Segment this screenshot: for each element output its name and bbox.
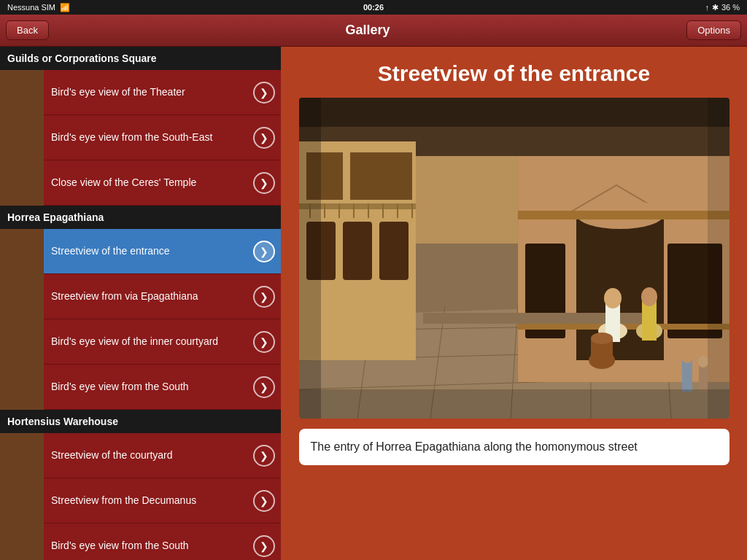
chevron-icon-south-east: ❯ [253, 127, 275, 149]
list-item-via[interactable]: Streetview from via Epagathiana ❯ [0, 274, 281, 319]
svg-point-50 [591, 332, 613, 344]
svg-point-45 [681, 350, 693, 363]
item-label-south: Bird's eye view from the South [44, 380, 253, 393]
svg-point-40 [604, 288, 622, 308]
carrier-label: Nessuna SIM [7, 3, 55, 12]
chevron-icon-courtyard: ❯ [253, 331, 275, 353]
back-button[interactable]: Back [6, 20, 49, 40]
wifi-icon: 📶 [60, 3, 70, 12]
main-container: Guilds or Corporations Square Bird's eye… [0, 47, 747, 560]
item-label-theater: Bird's eye view of the Theater [44, 85, 253, 98]
svg-rect-44 [682, 359, 692, 392]
navigation-bar: Back Gallery Options [0, 15, 747, 47]
list-item-courtyard[interactable]: Bird's eye view of the inner courtyard ❯ [0, 319, 281, 365]
item-label-ceres: Close view of the Ceres' Temple [44, 176, 253, 189]
sidebar: Guilds or Corporations Square Bird's eye… [0, 47, 281, 560]
list-item-south-east[interactable]: Bird's eye view from the South-East ❯ [0, 115, 281, 160]
svg-rect-42 [642, 300, 657, 341]
chevron-icon-theater: ❯ [253, 82, 275, 104]
list-item-ceres[interactable]: Close view of the Ceres' Temple ❯ [0, 160, 281, 206]
svg-rect-35 [518, 211, 729, 219]
section-header-hortensius: Hortensius Warehouse [0, 410, 281, 433]
chevron-icon-decumanus: ❯ [253, 490, 275, 512]
item-label-south2: Bird's eye view from the South [44, 539, 253, 552]
detail-panel: Streetview of the entrance [281, 47, 747, 560]
chevron-icon-ceres: ❯ [253, 172, 275, 194]
nav-title: Gallery [346, 23, 390, 38]
svg-rect-54 [299, 98, 729, 127]
item-label-courtyard2: Streetview of the courtyard [44, 448, 253, 462]
svg-rect-55 [299, 389, 729, 419]
bluetooth-icon: ✱ [712, 3, 719, 12]
view-image [299, 98, 729, 419]
item-label-decumanus: Streetview from the Decumanus [44, 494, 253, 507]
item-label-courtyard: Bird's eye view of the inner courtyard [44, 335, 253, 348]
svg-rect-14 [350, 152, 387, 200]
time-display: 00:26 [363, 3, 384, 12]
svg-point-43 [641, 287, 657, 306]
svg-rect-17 [343, 222, 372, 280]
svg-rect-52 [299, 98, 321, 419]
chevron-icon-courtyard2: ❯ [253, 445, 275, 467]
view-title: Streetview of the entrance [378, 61, 650, 86]
section-header-guilds: Guilds or Corporations Square [0, 47, 281, 70]
section-header-horrea: Horrea Epagathiana [0, 206, 281, 229]
svg-rect-53 [708, 98, 729, 419]
options-button[interactable]: Options [686, 20, 741, 40]
list-item-decumanus[interactable]: Streetview from the Decumanus ❯ [0, 478, 281, 524]
list-item-courtyard2[interactable]: Streetview of the courtyard ❯ [0, 433, 281, 478]
chevron-icon-entrance: ❯ [253, 241, 275, 262]
arrow-icon: ↑ [705, 3, 709, 12]
battery-label: 36 % [721, 3, 740, 12]
list-item-south[interactable]: Bird's eye view from the South ❯ [0, 365, 281, 410]
list-item-entrance[interactable]: Streetview of the entrance ❯ [0, 229, 281, 274]
svg-point-47 [698, 356, 708, 368]
chevron-icon-south2: ❯ [253, 535, 275, 557]
item-label-south-east: Bird's eye view from the South-East [44, 131, 253, 144]
view-caption: The entry of Horrea Epagathiana along th… [299, 429, 729, 465]
item-label-via: Streetview from via Epagathiana [44, 289, 253, 303]
svg-rect-18 [379, 222, 409, 280]
list-item-theater[interactable]: Bird's eye view of the Theater ❯ [0, 70, 281, 115]
status-bar: Nessuna SIM 📶 00:26 ↑ ✱ 36 % [0, 0, 747, 15]
item-label-entrance: Streetview of the entrance [44, 244, 253, 257]
chevron-icon-south: ❯ [253, 376, 275, 398]
chevron-icon-via: ❯ [253, 286, 275, 308]
svg-rect-46 [699, 364, 708, 393]
list-item-south2[interactable]: Bird's eye view from the South ❯ [0, 524, 281, 560]
svg-rect-15 [387, 152, 412, 200]
